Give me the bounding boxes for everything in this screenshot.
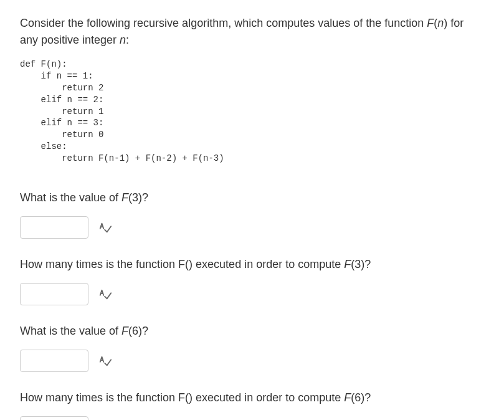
answer-input-2[interactable] <box>20 283 88 305</box>
intro-part1: Consider the following recursive algorit… <box>20 17 427 29</box>
question-3: What is the value of F(6)? <box>20 323 484 340</box>
answer-row-2 <box>20 283 484 305</box>
question-2: How many times is the function F() execu… <box>20 256 484 273</box>
spellcheck-icon[interactable] <box>98 354 112 368</box>
answer-row-1 <box>20 216 484 239</box>
spellcheck-icon[interactable] <box>98 287 112 301</box>
answer-row-4 <box>20 416 484 420</box>
q1-num: (3) <box>128 191 142 204</box>
q3-text: What is the value of <box>20 325 121 337</box>
q3-qmark: ? <box>142 325 148 337</box>
q2-qmark: ? <box>364 258 371 270</box>
question-4: How many times is the function F() execu… <box>20 389 484 406</box>
q3-num: (6) <box>128 325 142 337</box>
q4-text: How many times is the function F() execu… <box>20 391 344 404</box>
q4-qmark: ? <box>364 391 371 404</box>
spellcheck-icon[interactable] <box>98 221 112 234</box>
intro-n: n <box>120 34 126 46</box>
q2-F: F <box>344 258 351 270</box>
answer-input-3[interactable] <box>20 350 88 372</box>
q4-F: F <box>344 391 351 404</box>
intro-funcN: n <box>437 17 444 29</box>
answer-input-4[interactable] <box>20 416 88 420</box>
q2-num: (3) <box>351 258 364 270</box>
q1-qmark: ? <box>142 191 148 204</box>
question-1: What is the value of F(3)? <box>20 189 484 206</box>
answer-input-1[interactable] <box>20 216 88 239</box>
answer-row-3 <box>20 350 484 372</box>
q4-num: (6) <box>351 391 364 404</box>
q1-text: What is the value of <box>20 191 121 204</box>
intro-funcF: F <box>427 17 434 29</box>
q1-F: F <box>121 191 128 204</box>
q3-F: F <box>121 325 128 337</box>
intro-colon: : <box>126 34 129 46</box>
intro-text: Consider the following recursive algorit… <box>20 15 484 49</box>
q2-text: How many times is the function F() execu… <box>20 258 344 270</box>
code-block: def F(n): if n == 1: return 2 elif n == … <box>20 59 484 165</box>
